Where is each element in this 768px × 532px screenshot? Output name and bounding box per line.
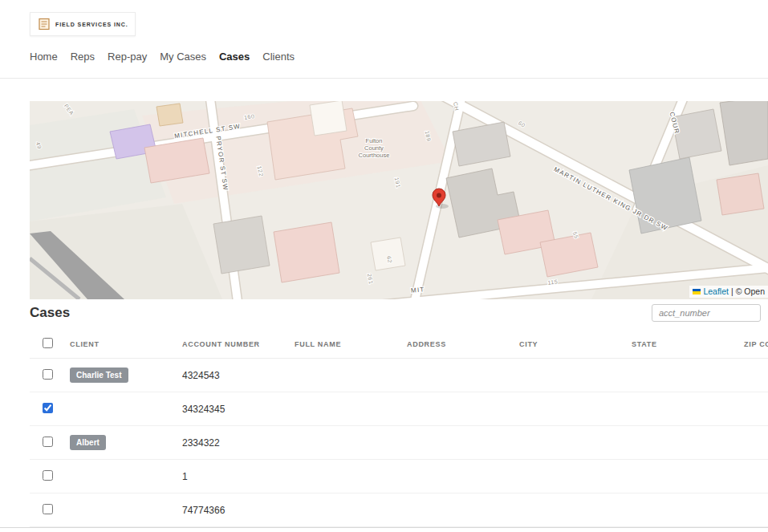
street-label-pea: PEA [63, 103, 75, 116]
state-cell [620, 392, 733, 426]
row-checkbox[interactable] [43, 437, 53, 447]
ukraine-flag-icon [693, 289, 701, 294]
city-cell [508, 359, 620, 392]
city-cell [508, 493, 620, 527]
page-title: Cases [30, 305, 70, 321]
nav-item-clients[interactable]: Clients [262, 51, 295, 63]
map-canvas[interactable]: MITCHELL ST SW PRYOR ST SW MARTIN LUTHER… [30, 101, 768, 299]
page-footer [0, 527, 768, 532]
table-row[interactable]: 1 [30, 460, 768, 493]
city-cell [508, 392, 620, 426]
map-attribution: Leaflet | © Open [689, 286, 768, 298]
zip-code-cell [733, 392, 768, 426]
nav-item-home[interactable]: Home [30, 51, 58, 63]
account-number-cell: 34324345 [171, 392, 283, 426]
table-row[interactable]: Charlie Test 4324543 [30, 359, 768, 392]
attribution-divider: | [731, 286, 733, 296]
state-cell [620, 493, 733, 527]
row-checkbox[interactable] [43, 403, 53, 413]
leaflet-link[interactable]: Leaflet [703, 286, 729, 296]
account-number-cell: 1 [171, 460, 283, 493]
row-checkbox[interactable] [43, 470, 53, 481]
full-name-cell [283, 426, 396, 460]
table-header-row: CLIENT ACCOUNT NUMBER FULL NAME ADDRESS … [30, 330, 768, 359]
full-name-cell [283, 460, 396, 493]
col-header-state[interactable]: STATE [620, 330, 733, 359]
col-header-address[interactable]: ADDRESS [396, 330, 508, 359]
poi-label-county: County [364, 144, 384, 152]
nav-item-cases[interactable]: Cases [219, 51, 250, 63]
zip-code-cell [733, 426, 768, 460]
account-number-cell: 74774366 [171, 493, 283, 527]
address-cell [396, 493, 508, 527]
col-header-zip-code[interactable]: ZIP CODE [733, 330, 768, 359]
top-bar: FIELD SERVICES INC. [0, 0, 768, 36]
client-badge[interactable]: Charlie Test [70, 368, 128, 383]
city-cell [508, 426, 620, 460]
road-number: 115 [547, 278, 558, 285]
cases-header: Cases [30, 304, 761, 322]
nav-item-reps[interactable]: Reps [71, 51, 95, 63]
cases-table: CLIENT ACCOUNT NUMBER FULL NAME ADDRESS … [30, 330, 768, 527]
address-cell [396, 460, 508, 493]
full-name-cell [283, 359, 396, 392]
full-name-cell [283, 392, 396, 426]
table-row[interactable]: 34324345 [30, 392, 768, 426]
select-all-checkbox[interactable] [43, 338, 53, 348]
client-cell [59, 493, 171, 527]
road-number: 60 [518, 120, 526, 128]
road-number: 191 [394, 177, 401, 188]
zip-code-cell [733, 493, 768, 527]
table-row[interactable]: Albert 2334322 [30, 426, 768, 460]
client-cell: Albert [59, 426, 171, 460]
state-cell [620, 426, 733, 460]
row-checkbox[interactable] [43, 369, 53, 380]
address-cell [396, 392, 508, 426]
nav-item-my-cases[interactable]: My Cases [160, 51, 206, 63]
client-badge[interactable]: Albert [70, 435, 106, 450]
cases-table-container: CLIENT ACCOUNT NUMBER FULL NAME ADDRESS … [30, 330, 768, 527]
city-cell [508, 460, 620, 493]
clipboard-icon [38, 18, 51, 30]
client-cell [59, 392, 171, 426]
address-cell [396, 426, 508, 460]
state-cell [620, 359, 733, 392]
col-header-account-number[interactable]: ACCOUNT NUMBER [171, 330, 283, 359]
account-number-cell: 4324543 [171, 359, 283, 392]
acct-number-filter-input[interactable] [652, 304, 761, 322]
state-cell [620, 460, 733, 493]
street-label-mit: MIT [411, 286, 425, 294]
road-number: 261 [367, 273, 374, 284]
full-name-cell [283, 493, 396, 527]
address-cell [396, 359, 508, 392]
col-header-city[interactable]: CITY [508, 330, 620, 359]
poi-label-courthouse: Courthouse [359, 152, 390, 159]
map[interactable]: MITCHELL ST SW PRYOR ST SW MARTIN LUTHER… [30, 101, 768, 299]
attribution-copyright: © Open [736, 286, 765, 296]
table-row[interactable]: 74774366 [30, 493, 768, 527]
row-checkbox[interactable] [43, 504, 53, 514]
brand-name: FIELD SERVICES INC. [55, 22, 128, 27]
col-header-full-name[interactable]: FULL NAME [283, 330, 396, 359]
client-cell [59, 460, 171, 493]
zip-code-cell [733, 359, 768, 392]
account-number-cell: 2334322 [171, 426, 283, 460]
zip-code-cell [733, 460, 768, 493]
brand-logo[interactable]: FIELD SERVICES INC. [30, 12, 136, 36]
poi-label-fulton: Fulton [366, 137, 383, 144]
nav-bar: Home Reps Rep-pay My Cases Cases Clients [0, 51, 768, 79]
col-header-client[interactable]: CLIENT [59, 330, 171, 359]
nav-item-rep-pay[interactable]: Rep-pay [108, 51, 147, 63]
client-cell: Charlie Test [59, 359, 171, 392]
